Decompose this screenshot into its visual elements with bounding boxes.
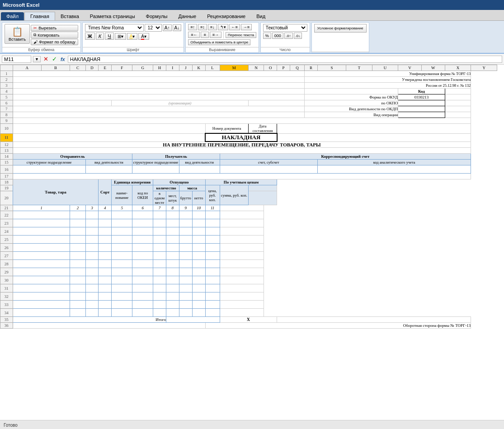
align-middle-button[interactable]: ≡↕: [198, 24, 207, 30]
cell-act2-data[interactable]: [179, 165, 220, 174]
align-right-button[interactable]: ≡→: [210, 32, 221, 38]
underline-button[interactable]: Ч: [105, 33, 113, 40]
cell-itogo-right[interactable]: [277, 317, 471, 323]
percent-button[interactable]: %: [263, 33, 271, 39]
align-left-button[interactable]: ≡←: [188, 32, 200, 38]
cell-y4[interactable]: [445, 89, 471, 94]
menu-data[interactable]: Данные: [173, 12, 202, 20]
formula-bar-input[interactable]: [68, 56, 502, 63]
cell-w5-value[interactable]: 0330213: [398, 94, 445, 100]
col-header-s[interactable]: S: [317, 65, 346, 71]
cell-a8[interactable]: [13, 112, 305, 118]
cell-a36[interactable]: [13, 323, 205, 329]
font-name-select[interactable]: Times New Roma: [85, 24, 144, 32]
cell-y8[interactable]: [445, 112, 471, 118]
cell-a1[interactable]: [13, 71, 305, 77]
menu-file[interactable]: Файл: [1, 12, 24, 20]
border-button[interactable]: ⊞▾: [115, 33, 126, 40]
col-header-q[interactable]: Q: [290, 65, 304, 71]
align-center-button[interactable]: ≡: [201, 32, 208, 38]
bold-button[interactable]: Ж: [85, 33, 95, 40]
font-color-button[interactable]: A▾: [138, 33, 149, 40]
cell-struct2-data[interactable]: [132, 165, 179, 174]
font-grow-button[interactable]: A↑: [163, 24, 172, 31]
wrap-text-button[interactable]: Перенос текста: [226, 32, 256, 38]
align-top-button[interactable]: ≡↑: [188, 24, 197, 30]
increase-decimal-button[interactable]: .0↑: [284, 33, 293, 39]
cell-a2[interactable]: [13, 77, 305, 83]
number-format-select[interactable]: Текстовый: [263, 24, 307, 32]
col-header-m[interactable]: M: [220, 65, 248, 71]
col-header-p[interactable]: P: [277, 65, 290, 71]
insert-function-icon[interactable]: fx: [60, 57, 66, 62]
decrease-decimal-button[interactable]: .0↓: [294, 33, 302, 39]
cell-itogo-data[interactable]: [166, 317, 220, 323]
cell-l11-title[interactable]: НАКЛАДНАЯ: [205, 133, 277, 141]
cell-a13[interactable]: [13, 148, 471, 154]
cell-a6[interactable]: [13, 100, 112, 106]
cell-a7[interactable]: [13, 106, 305, 112]
menu-insert[interactable]: Вставка: [55, 12, 85, 20]
col-header-u[interactable]: U: [372, 65, 398, 71]
font-shrink-button[interactable]: A↓: [173, 24, 182, 31]
cell-a3[interactable]: [13, 83, 305, 89]
font-size-select[interactable]: 12: [145, 24, 162, 32]
cell-a4[interactable]: [13, 89, 305, 94]
copy-button[interactable]: ⧉ Копировать: [31, 32, 78, 38]
col-header-n[interactable]: N: [248, 65, 264, 71]
col-header-y[interactable]: Y: [471, 65, 497, 71]
format-painter-button[interactable]: 🖌 Формат по образцу: [31, 39, 78, 45]
col-header-t[interactable]: T: [346, 65, 372, 71]
col-header-i[interactable]: I: [166, 65, 179, 71]
col-header-a[interactable]: A: [13, 65, 41, 71]
cell-w8[interactable]: [398, 112, 445, 118]
cell-a10[interactable]: [13, 124, 205, 134]
col-header-l[interactable]: L: [205, 65, 220, 71]
col-header-f[interactable]: F: [112, 65, 132, 71]
cell-w7[interactable]: [398, 106, 445, 112]
cell-n6[interactable]: [248, 100, 304, 106]
menu-view[interactable]: Вид: [251, 12, 271, 20]
cell-reference-box[interactable]: [2, 56, 31, 63]
cell-a9[interactable]: [13, 118, 471, 124]
col-header-b[interactable]: B: [41, 65, 70, 71]
col-header-g[interactable]: G: [132, 65, 153, 71]
col-header-v[interactable]: V: [398, 65, 422, 71]
indent-increase-button[interactable]: →≡: [241, 24, 252, 30]
paste-button[interactable]: 📋 Вставить: [5, 24, 30, 44]
cell-p10[interactable]: [277, 124, 471, 134]
cell-a17[interactable]: [13, 174, 471, 179]
cell-a5[interactable]: [13, 94, 305, 100]
menu-formulas[interactable]: Формулы: [141, 12, 173, 20]
thousands-button[interactable]: 000: [272, 33, 283, 39]
cell-analytics-data[interactable]: [317, 165, 471, 174]
menu-page-layout[interactable]: Разметка страницы: [85, 12, 141, 20]
col-header-j[interactable]: J: [179, 65, 192, 71]
cell-a11[interactable]: [13, 133, 205, 141]
cell-p11[interactable]: [277, 133, 471, 141]
col-header-d[interactable]: D: [85, 65, 99, 71]
conditional-format-button[interactable]: Условное форматирование: [314, 24, 367, 33]
cell-act1-data[interactable]: [85, 165, 132, 174]
menu-home[interactable]: Главная: [24, 12, 55, 20]
align-bottom-button[interactable]: ≡↓: [208, 24, 217, 30]
merge-center-button[interactable]: Объединить и поместить в центре: [188, 39, 250, 45]
confirm-formula-icon[interactable]: ✓: [51, 56, 58, 62]
indent-decrease-button[interactable]: ←≡: [229, 24, 240, 30]
menu-review[interactable]: Рецензирование: [202, 12, 251, 20]
cell-y5[interactable]: [445, 94, 471, 100]
col-header-e[interactable]: E: [99, 65, 112, 71]
fill-color-button[interactable]: A▾: [127, 33, 138, 40]
col-header-o[interactable]: O: [264, 65, 277, 71]
text-direction-button[interactable]: ↰▾: [218, 24, 228, 30]
col-header-c[interactable]: C: [70, 65, 86, 71]
col-header-r[interactable]: R: [305, 65, 318, 71]
cell-y6[interactable]: [445, 100, 471, 106]
cut-button[interactable]: ✂ Вырезать: [31, 25, 78, 31]
cell-accsub-data[interactable]: [220, 165, 317, 174]
name-dropdown[interactable]: ▼: [33, 56, 41, 62]
col-header-w[interactable]: W: [421, 65, 445, 71]
col-header-k[interactable]: K: [192, 65, 205, 71]
cell-y7[interactable]: [445, 106, 471, 112]
cell-w6[interactable]: [398, 100, 445, 106]
